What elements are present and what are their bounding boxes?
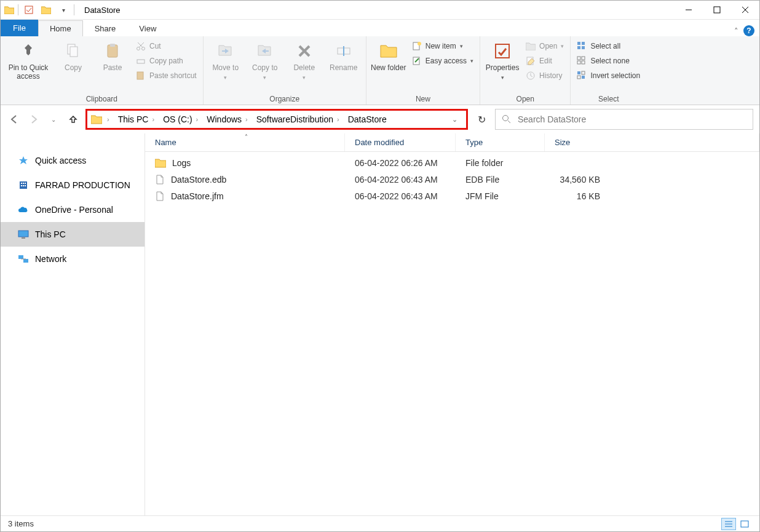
tab-share[interactable]: Share: [83, 20, 128, 36]
nav-network[interactable]: Network: [1, 247, 144, 271]
nav-this-pc[interactable]: This PC: [1, 222, 144, 247]
new-item-button[interactable]: New item ▾: [408, 39, 477, 54]
open-button[interactable]: Open ▾: [522, 39, 568, 54]
open-icon: [526, 42, 536, 50]
address-bar[interactable]: › This PC› OS (C:)› Windows› SoftwareDis…: [85, 109, 468, 130]
svg-rect-26: [582, 42, 585, 45]
history-icon: [526, 71, 536, 81]
column-header-name[interactable]: Name ˄: [145, 133, 345, 151]
qat-properties-icon[interactable]: [22, 3, 36, 17]
file-row[interactable]: Logs06-04-2022 06:26 AMFile folder: [145, 154, 759, 171]
invert-selection-button[interactable]: Invert selection: [573, 68, 644, 83]
file-row[interactable]: DataStore.jfm06-04-2022 06:43 AMJFM File…: [145, 188, 759, 204]
properties-button[interactable]: Properties ▾: [483, 39, 522, 83]
paste-icon: [105, 41, 121, 61]
ribbon-collapse-icon[interactable]: ˄: [734, 26, 738, 36]
svg-rect-29: [577, 57, 580, 60]
cut-icon: [136, 41, 146, 51]
status-bar: 3 items: [1, 515, 759, 531]
qat-customize-icon[interactable]: ▾: [57, 3, 70, 17]
svg-rect-30: [582, 57, 585, 60]
search-box[interactable]: [495, 109, 753, 130]
window-maximize-button[interactable]: [703, 1, 731, 19]
nav-up-button[interactable]: [66, 112, 81, 127]
svg-rect-44: [23, 185, 24, 186]
column-header-date[interactable]: Date modified: [345, 133, 456, 151]
chevron-down-icon: ▾: [470, 58, 473, 64]
ribbon-group-new: New folder New item ▾ Easy access ▾: [366, 36, 480, 105]
svg-rect-35: [577, 76, 580, 79]
svg-point-37: [503, 116, 509, 121]
search-icon: [502, 114, 512, 124]
tab-file[interactable]: File: [1, 20, 38, 36]
new-item-icon: [412, 41, 422, 51]
sort-indicator-icon: ˄: [245, 133, 248, 140]
rename-icon: [336, 41, 352, 61]
window-close-button[interactable]: [731, 1, 759, 19]
file-icon: [155, 175, 165, 185]
tab-view[interactable]: View: [127, 20, 168, 36]
ribbon-group-clipboard: Pin to Quick access Copy Paste: [1, 36, 204, 105]
move-to-button[interactable]: Move to ▾: [206, 39, 245, 83]
svg-point-9: [137, 47, 140, 50]
quick-access-icon: [18, 156, 29, 165]
edit-button[interactable]: Edit: [522, 54, 568, 68]
copy-label: Copy: [65, 63, 82, 72]
tab-home[interactable]: Home: [38, 20, 83, 36]
view-large-icons-button[interactable]: [737, 518, 752, 530]
paste-shortcut-button[interactable]: Paste shortcut: [132, 68, 200, 83]
svg-rect-14: [137, 72, 143, 79]
breadcrumb-item[interactable]: Windows›: [203, 111, 251, 128]
easy-access-button[interactable]: Easy access ▾: [408, 54, 477, 68]
new-folder-button[interactable]: New folder: [369, 39, 408, 74]
svg-rect-43: [21, 185, 22, 186]
select-none-label: Select none: [590, 57, 629, 65]
view-details-button[interactable]: [721, 518, 736, 530]
copy-path-icon: [136, 56, 146, 66]
help-icon[interactable]: ?: [743, 25, 754, 36]
file-row[interactable]: DataStore.edb06-04-2022 06:43 AMEDB File…: [145, 171, 759, 188]
refresh-button[interactable]: ↻: [473, 111, 490, 128]
svg-line-12: [139, 42, 144, 47]
rename-button[interactable]: Rename: [324, 39, 363, 74]
breadcrumb-sep-root[interactable]: ›: [103, 111, 113, 128]
cut-button[interactable]: Cut: [132, 39, 200, 54]
copy-button[interactable]: Copy: [53, 39, 93, 74]
svg-point-10: [142, 47, 145, 50]
delete-button[interactable]: Delete ▾: [285, 39, 324, 83]
select-none-icon: [577, 56, 587, 66]
select-all-button[interactable]: Select all: [573, 39, 644, 54]
breadcrumb-item[interactable]: This PC›: [114, 111, 158, 128]
address-dropdown-icon[interactable]: ⌄: [447, 116, 462, 124]
pin-to-quick-access-button[interactable]: Pin to Quick access: [3, 39, 53, 83]
nav-recent-dropdown[interactable]: ⌄: [46, 112, 61, 127]
nav-back-button[interactable]: [7, 112, 22, 127]
nav-forward-button[interactable]: [26, 112, 41, 127]
window-minimize-button[interactable]: [675, 1, 703, 19]
paste-button[interactable]: Paste: [93, 39, 132, 74]
breadcrumb-item[interactable]: DataStore: [344, 111, 390, 128]
svg-rect-28: [582, 46, 585, 49]
qat-new-folder-icon[interactable]: [39, 3, 53, 17]
file-size: 34,560 KB: [545, 175, 606, 185]
title-bar: ▾ DataStore: [1, 1, 759, 20]
nav-onedrive[interactable]: OneDrive - Personal: [1, 197, 144, 222]
breadcrumb-item[interactable]: SoftwareDistribution›: [253, 111, 343, 128]
search-input[interactable]: [518, 114, 746, 124]
column-header-size[interactable]: Size: [545, 133, 759, 151]
nav-quick-access[interactable]: Quick access: [1, 148, 144, 173]
svg-rect-25: [577, 42, 580, 45]
nav-farrad-production[interactable]: FARRAD PRODUCTION: [1, 173, 144, 197]
folder-icon: [155, 158, 166, 168]
copy-to-icon: [257, 41, 273, 61]
select-none-button[interactable]: Select none: [573, 54, 644, 68]
cut-label: Cut: [149, 42, 161, 50]
copy-to-button[interactable]: Copy to ▾: [245, 39, 285, 83]
column-header-type[interactable]: Type: [456, 133, 545, 151]
breadcrumb-item[interactable]: OS (C:)›: [159, 111, 202, 128]
svg-rect-54: [741, 521, 748, 527]
copy-path-button[interactable]: Copy path: [132, 54, 200, 68]
open-label: Open: [539, 42, 557, 50]
history-button[interactable]: History: [522, 68, 568, 83]
svg-rect-0: [25, 6, 33, 14]
